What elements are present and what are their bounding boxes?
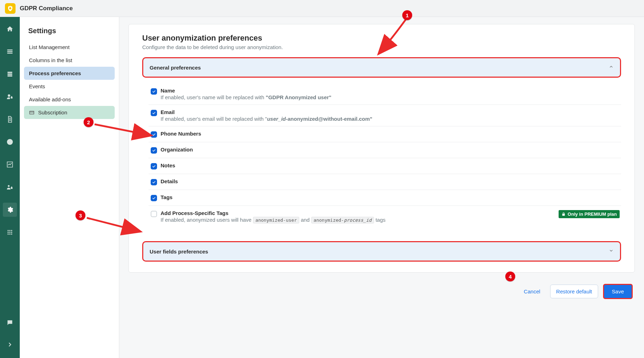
sidebar-item-label: Columns in the list	[29, 57, 72, 63]
sidebar-item-label: Process preferences	[29, 70, 81, 76]
premium-badge: Only in PREMIUM plan	[559, 210, 620, 218]
app-icon	[5, 3, 16, 14]
restore-default-button[interactable]: Restore default	[550, 285, 598, 298]
rail-user-lock[interactable]	[3, 90, 17, 104]
pref-name: Name If enabled, user's name will be rep…	[149, 83, 621, 105]
pref-label: Tags	[161, 194, 621, 200]
checkbox-name[interactable]	[151, 88, 157, 95]
pref-desc: If enabled, anonymized users will have a…	[161, 217, 621, 223]
accordion-title: User fields preferences	[150, 249, 208, 255]
checkbox-notes[interactable]	[151, 163, 157, 169]
pref-label: Name	[161, 88, 621, 94]
accordion-general-preferences[interactable]: General preferences	[142, 57, 621, 78]
rail-clock[interactable]	[3, 135, 17, 149]
pref-phone: Phone Numbers	[149, 126, 621, 142]
lock-open-icon	[561, 212, 566, 216]
checkbox-tags[interactable]	[151, 195, 157, 201]
chevron-up-icon	[609, 64, 614, 71]
sidebar-item-events[interactable]: Events	[24, 80, 115, 93]
svg-point-8	[11, 233, 12, 234]
page-title: User anonymization preferences	[142, 34, 621, 43]
pref-label: Phone Numbers	[161, 131, 621, 137]
app-title: GDPR Compliance	[20, 5, 73, 12]
sidebar-item-columns[interactable]: Columns in the list	[24, 54, 115, 67]
pref-process-tags: Add Process-Specific Tags If enabled, an…	[149, 206, 621, 228]
checkbox-email[interactable]	[151, 110, 157, 116]
left-rail	[0, 17, 20, 358]
rail-home[interactable]	[3, 22, 17, 36]
sidebar-item-process-preferences[interactable]: Process preferences	[24, 67, 115, 80]
credit-card-icon	[29, 110, 35, 115]
sidebar-list: List Management Columns in the list Proc…	[24, 41, 115, 119]
pref-organization: Organization	[149, 142, 621, 158]
settings-sidebar: Settings List Management Columns in the …	[20, 17, 119, 358]
accordion-title: General preferences	[150, 65, 201, 71]
pref-label: Details	[161, 178, 621, 184]
svg-point-2	[11, 230, 12, 231]
sidebar-item-label: List Management	[29, 44, 70, 50]
pref-label: Notes	[161, 162, 621, 168]
svg-point-1	[9, 230, 10, 231]
checkbox-process-tags[interactable]	[151, 211, 157, 217]
rail-grid[interactable]	[3, 225, 17, 239]
footer-buttons: Cancel Restore default Save	[128, 273, 635, 299]
pref-details: Details	[149, 174, 621, 190]
main-content: User anonymization preferences Configure…	[119, 17, 644, 358]
settings-title: Settings	[24, 27, 115, 41]
rail-list[interactable]	[3, 44, 17, 59]
svg-point-7	[9, 233, 10, 234]
preferences-list: Name If enabled, user's name will be rep…	[142, 78, 621, 231]
rail-document[interactable]	[3, 112, 17, 126]
code-tag: anonymized-process_id	[311, 217, 374, 223]
top-header: GDPR Compliance	[0, 0, 644, 17]
sidebar-item-list-management[interactable]: List Management	[24, 41, 115, 54]
checkbox-organization[interactable]	[151, 147, 157, 154]
pref-tags: Tags	[149, 190, 621, 206]
pref-label: Email	[161, 109, 621, 115]
sidebar-item-addons[interactable]: Available add-ons	[24, 93, 115, 106]
svg-point-4	[9, 232, 10, 233]
svg-point-3	[7, 232, 8, 233]
save-button[interactable]: Save	[603, 284, 633, 299]
sidebar-item-subscription[interactable]: Subscription	[24, 106, 115, 119]
pref-label: Add Process-Specific Tags	[161, 210, 621, 216]
checkbox-phone[interactable]	[151, 131, 157, 138]
pref-label: Organization	[161, 147, 621, 153]
checkbox-details[interactable]	[151, 179, 157, 185]
cancel-button[interactable]: Cancel	[519, 286, 545, 297]
svg-point-5	[11, 232, 12, 233]
rail-collapse[interactable]	[3, 338, 17, 352]
svg-point-6	[7, 233, 8, 234]
rail-columns[interactable]	[3, 67, 17, 81]
svg-point-0	[7, 230, 8, 231]
rail-users-lock[interactable]	[3, 180, 17, 194]
pref-notes: Notes	[149, 158, 621, 174]
chevron-down-icon	[609, 248, 614, 255]
code-tag: anonymized-user	[253, 217, 299, 223]
accordion-user-fields-preferences[interactable]: User fields preferences	[142, 241, 621, 262]
pref-email: Email If enabled, user's email will be r…	[149, 105, 621, 126]
rail-settings[interactable]	[3, 203, 17, 217]
rail-chart[interactable]	[3, 157, 17, 172]
sidebar-item-label: Available add-ons	[29, 96, 71, 102]
sidebar-item-label: Events	[29, 83, 45, 89]
pref-desc: If enabled, user's email will be replace…	[161, 116, 621, 122]
page-subtitle: Configure the data to be deleted during …	[142, 44, 621, 50]
sidebar-item-label: Subscription	[38, 109, 67, 115]
main-card: User anonymization preferences Configure…	[128, 24, 635, 273]
rail-comment[interactable]	[3, 316, 17, 330]
pref-desc: If enabled, user's name will be replaced…	[161, 94, 621, 100]
